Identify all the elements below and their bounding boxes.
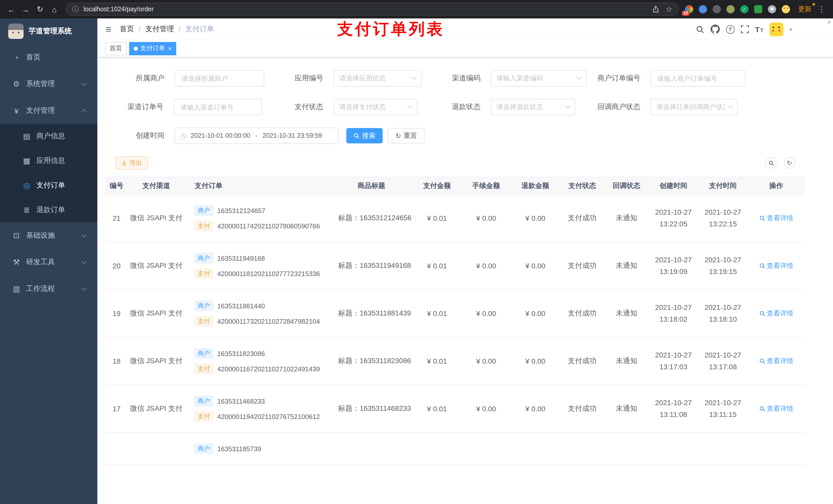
sidebar-item-home[interactable]: ◔ 首页 (0, 44, 97, 71)
refresh-table-button[interactable]: ↻ (784, 157, 795, 169)
select-placeholder: 请选择订单回调商户状态 (656, 102, 725, 112)
chevron-down-icon (728, 103, 733, 108)
dashboard-icon: ◔ (11, 53, 22, 62)
site-info-icon[interactable]: ⓘ (72, 5, 79, 14)
hamburger-icon[interactable]: ≡ (105, 24, 112, 34)
breadcrumb-payment[interactable]: 支付管理 (145, 25, 174, 34)
menu-label: 支付管理 (26, 106, 55, 115)
sidebar-item-dev-tools[interactable]: ⚒ 研发工具 (0, 249, 97, 275)
search-button[interactable]: 搜索 (346, 128, 383, 143)
extension-icon[interactable] (754, 5, 762, 13)
merchant-order-no-input[interactable] (651, 70, 745, 87)
app-logo[interactable]: 芋道管理系统 (0, 19, 97, 44)
breadcrumb-current: 支付订单 (185, 25, 214, 34)
search-icon[interactable] (695, 25, 704, 33)
browser-menu-icon[interactable]: ⋮ (814, 2, 829, 16)
cell-refund: ¥ 0.00 (511, 290, 560, 337)
cell-notify: 未通知 (604, 242, 648, 290)
col-amount: 支付金额 (412, 177, 461, 194)
view-detail-link[interactable]: 查看详情 (759, 261, 793, 270)
select-placeholder: 请选择退款状态 (496, 102, 563, 112)
cell-action: 查看详情 (747, 337, 805, 385)
cell-notify: 未通知 (604, 290, 648, 337)
channel-order-no: 4200001173202110272847982104 (217, 317, 320, 325)
sidebar-item-pay-order[interactable]: ◎ 支付订单 (0, 173, 97, 198)
view-detail-link[interactable]: 查看详情 (759, 404, 793, 413)
toggle-search-button[interactable] (765, 157, 777, 169)
breadcrumb-home[interactable]: 首页 (120, 25, 134, 34)
extension-icon[interactable] (727, 5, 735, 13)
extension-icon[interactable] (713, 5, 721, 13)
extension-emoji-icon[interactable] (782, 5, 790, 13)
refund-status-select[interactable]: 请选择退款状态 (491, 99, 575, 115)
view-detail-link[interactable]: 查看详情 (759, 309, 793, 318)
home-icon[interactable]: ⌂ (47, 2, 62, 16)
notify-status-select[interactable]: 请选择订单回调商户状态 (651, 99, 738, 115)
menu-label: 系统管理 (26, 79, 55, 89)
table-toolbar: 导出 ↻ (105, 156, 833, 170)
chevron-down-icon (82, 259, 87, 264)
page-annotation: 支付订单列表 (337, 19, 445, 40)
pay-tag: 支付 (195, 364, 213, 374)
channel-code-select[interactable]: 请输入渠道编码 (491, 70, 587, 87)
extension-icon[interactable]: 10 (685, 5, 693, 13)
view-detail-link[interactable]: 查看详情 (759, 357, 793, 366)
sidebar-item-workflow[interactable]: ▥ 工作流程 (0, 275, 97, 302)
forward-icon[interactable]: → (19, 2, 33, 16)
clock-icon: ◷ (180, 131, 187, 140)
avatar-caret-icon[interactable]: ▾ (789, 26, 792, 32)
table-header-row: 编号 支付渠道 支付订单 商品标题 支付金额 手续金额 退款金额 支付状态 回调… (105, 177, 805, 194)
user-avatar[interactable] (769, 22, 783, 36)
select-placeholder: 请选择支付状态 (339, 102, 405, 112)
filter-row-3: 创建时间 ◷ 2021-10-01 00:00:00 - 2021-10-31 … (105, 127, 833, 144)
back-icon[interactable]: ← (4, 2, 19, 16)
share-icon[interactable] (652, 6, 660, 13)
sidebar-item-payment[interactable]: ¥ 支付管理 (0, 97, 97, 124)
table-row: 20 微信 JSAPI 支付 商户1635311949168 支付4200001… (105, 242, 805, 290)
github-icon[interactable] (710, 25, 719, 34)
reset-button[interactable]: ↻ 重置 (388, 128, 425, 143)
cell-created: 2021-10-2713:19:09 (648, 242, 698, 290)
sidebar-item-system[interactable]: ⚙ 系统管理 (0, 71, 97, 97)
date-range-picker[interactable]: ◷ 2021-10-01 00:00:00 - 2021-10-31 23:59… (175, 127, 339, 144)
update-button[interactable]: 更新 (798, 5, 811, 14)
col-action: 操作 (747, 177, 805, 194)
close-icon[interactable]: × (168, 45, 172, 51)
extension-check-icon[interactable]: ✓ (740, 5, 748, 13)
chevron-down-icon (412, 74, 417, 79)
channel-order-no: 4200001181202110277723215336 (217, 270, 320, 278)
tab-pay-order[interactable]: 支付订单 × (129, 42, 176, 55)
help-icon[interactable]: ? (726, 25, 734, 33)
col-paid: 支付时间 (698, 177, 747, 194)
browser-toolbar: ← → ↻ ⌂ ⓘ localhost:1024/pay/order ☆ 10 … (0, 0, 833, 19)
export-button[interactable]: 导出 (115, 156, 148, 170)
chevron-down-icon (577, 74, 582, 79)
address-bar[interactable]: ⓘ localhost:1024/pay/order ☆ (66, 3, 679, 16)
font-size-icon[interactable]: TT (755, 25, 763, 33)
cell-status: 支付成功 (560, 194, 604, 242)
fullscreen-icon[interactable] (740, 25, 749, 33)
sidebar-item-merchant-info[interactable]: ▤ 商户信息 (0, 124, 97, 148)
sidebar-item-refund-order[interactable]: ≣ 退款订单 (0, 198, 97, 222)
sidebar-item-infra[interactable]: ⊡ 基础设施 (0, 222, 97, 249)
reload-icon[interactable]: ↻ (33, 2, 47, 16)
tab-home[interactable]: 首页 (105, 42, 126, 55)
view-detail-link[interactable]: 查看详情 (759, 214, 793, 223)
merchant-input[interactable] (175, 70, 264, 87)
collapse-chevron-icon[interactable]: ▾ (828, 20, 830, 25)
time: 13:22:05 (648, 218, 698, 230)
sidebar-item-app-info[interactable]: ▦ 应用信息 (0, 148, 97, 173)
url-text[interactable]: localhost:1024/pay/order (84, 6, 646, 13)
extension-pin-icon[interactable] (768, 5, 776, 13)
merchant-order-no: 1635312124657 (217, 207, 265, 214)
app-id-select[interactable]: 请选择应用信息 (334, 70, 422, 87)
bookmark-star-icon[interactable]: ☆ (666, 5, 672, 13)
channel-order-no-input[interactable] (174, 99, 262, 115)
cell-action: 查看详情 (747, 290, 805, 337)
pay-status-select[interactable]: 请选择支付状态 (334, 99, 418, 115)
font-size-large: T (755, 25, 760, 33)
extension-icon[interactable] (699, 5, 707, 13)
cell-fee: ¥ 0.00 (461, 290, 511, 337)
merchant-order-no: 1635311823086 (217, 350, 265, 357)
col-id: 编号 (105, 177, 128, 194)
